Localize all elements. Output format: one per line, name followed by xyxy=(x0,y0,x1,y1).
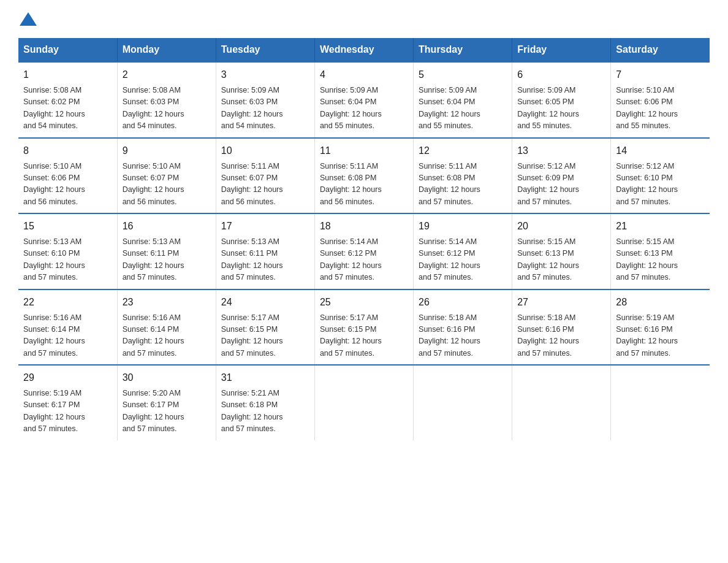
calendar-header-row: SundayMondayTuesdayWednesdayThursdayFrid… xyxy=(18,38,710,62)
column-header-sunday: Sunday xyxy=(18,38,117,62)
day-number: 23 xyxy=(123,295,211,310)
day-info: Sunrise: 5:16 AMSunset: 6:14 PMDaylight:… xyxy=(123,312,211,360)
day-info: Sunrise: 5:10 AMSunset: 6:07 PMDaylight:… xyxy=(123,161,211,209)
day-number: 1 xyxy=(23,67,112,82)
day-info: Sunrise: 5:17 AMSunset: 6:15 PMDaylight:… xyxy=(320,312,408,360)
day-number: 6 xyxy=(517,67,605,82)
day-info: Sunrise: 5:15 AMSunset: 6:13 PMDaylight:… xyxy=(616,236,705,284)
logo-triangle-icon xyxy=(20,12,37,26)
calendar-cell: 4Sunrise: 5:09 AMSunset: 6:04 PMDaylight… xyxy=(314,62,413,138)
calendar-cell: 26Sunrise: 5:18 AMSunset: 6:16 PMDayligh… xyxy=(414,289,512,366)
day-info: Sunrise: 5:10 AMSunset: 6:06 PMDaylight:… xyxy=(616,85,705,132)
column-header-monday: Monday xyxy=(117,38,216,62)
day-number: 11 xyxy=(320,144,408,158)
calendar-cell xyxy=(414,365,512,440)
column-header-tuesday: Tuesday xyxy=(216,38,314,62)
day-info: Sunrise: 5:08 AMSunset: 6:03 PMDaylight:… xyxy=(123,85,211,132)
day-number: 27 xyxy=(517,295,605,310)
calendar-cell: 23Sunrise: 5:16 AMSunset: 6:14 PMDayligh… xyxy=(117,289,216,366)
day-info: Sunrise: 5:09 AMSunset: 6:03 PMDaylight:… xyxy=(221,85,309,132)
page-header xyxy=(18,12,710,26)
day-info: Sunrise: 5:11 AMSunset: 6:08 PMDaylight:… xyxy=(419,161,507,209)
day-info: Sunrise: 5:16 AMSunset: 6:14 PMDaylight:… xyxy=(23,312,112,360)
calendar-cell: 20Sunrise: 5:15 AMSunset: 6:13 PMDayligh… xyxy=(512,213,611,289)
calendar-cell: 1Sunrise: 5:08 AMSunset: 6:02 PMDaylight… xyxy=(18,62,117,138)
calendar-cell: 6Sunrise: 5:09 AMSunset: 6:05 PMDaylight… xyxy=(512,62,611,138)
day-info: Sunrise: 5:09 AMSunset: 6:04 PMDaylight:… xyxy=(320,85,408,132)
day-number: 8 xyxy=(23,144,112,158)
day-info: Sunrise: 5:11 AMSunset: 6:07 PMDaylight:… xyxy=(221,161,309,209)
day-number: 21 xyxy=(616,219,705,234)
calendar-cell xyxy=(611,365,710,440)
day-number: 7 xyxy=(616,67,705,82)
day-info: Sunrise: 5:09 AMSunset: 6:04 PMDaylight:… xyxy=(419,85,507,132)
calendar-week-row: 29Sunrise: 5:19 AMSunset: 6:17 PMDayligh… xyxy=(18,365,710,440)
day-number: 12 xyxy=(419,144,507,158)
column-header-thursday: Thursday xyxy=(414,38,512,62)
day-number: 20 xyxy=(517,219,605,234)
day-number: 4 xyxy=(320,67,408,82)
calendar-week-row: 1Sunrise: 5:08 AMSunset: 6:02 PMDaylight… xyxy=(18,62,710,138)
calendar-cell: 29Sunrise: 5:19 AMSunset: 6:17 PMDayligh… xyxy=(18,365,117,440)
day-info: Sunrise: 5:10 AMSunset: 6:06 PMDaylight:… xyxy=(23,161,112,209)
calendar-cell: 8Sunrise: 5:10 AMSunset: 6:06 PMDaylight… xyxy=(18,138,117,214)
day-number: 5 xyxy=(419,67,507,82)
calendar-table: SundayMondayTuesdayWednesdayThursdayFrid… xyxy=(18,38,710,440)
calendar-cell: 3Sunrise: 5:09 AMSunset: 6:03 PMDaylight… xyxy=(216,62,314,138)
day-info: Sunrise: 5:20 AMSunset: 6:17 PMDaylight:… xyxy=(123,388,211,435)
day-info: Sunrise: 5:08 AMSunset: 6:02 PMDaylight:… xyxy=(23,85,112,132)
day-info: Sunrise: 5:13 AMSunset: 6:11 PMDaylight:… xyxy=(221,236,309,284)
logo xyxy=(18,12,38,26)
calendar-cell: 17Sunrise: 5:13 AMSunset: 6:11 PMDayligh… xyxy=(216,213,314,289)
day-number: 13 xyxy=(517,144,605,158)
calendar-cell: 12Sunrise: 5:11 AMSunset: 6:08 PMDayligh… xyxy=(414,138,512,214)
day-number: 2 xyxy=(123,67,211,82)
day-number: 30 xyxy=(123,370,211,385)
day-info: Sunrise: 5:12 AMSunset: 6:09 PMDaylight:… xyxy=(517,161,605,209)
day-number: 29 xyxy=(23,370,112,385)
day-number: 15 xyxy=(23,219,112,234)
calendar-cell: 30Sunrise: 5:20 AMSunset: 6:17 PMDayligh… xyxy=(117,365,216,440)
day-number: 22 xyxy=(23,295,112,310)
calendar-cell: 14Sunrise: 5:12 AMSunset: 6:10 PMDayligh… xyxy=(611,138,710,214)
column-header-saturday: Saturday xyxy=(611,38,710,62)
calendar-cell: 16Sunrise: 5:13 AMSunset: 6:11 PMDayligh… xyxy=(117,213,216,289)
day-number: 31 xyxy=(221,370,309,385)
day-number: 26 xyxy=(419,295,507,310)
day-info: Sunrise: 5:14 AMSunset: 6:12 PMDaylight:… xyxy=(320,236,408,284)
day-number: 28 xyxy=(616,295,705,310)
day-info: Sunrise: 5:14 AMSunset: 6:12 PMDaylight:… xyxy=(419,236,507,284)
calendar-cell: 7Sunrise: 5:10 AMSunset: 6:06 PMDaylight… xyxy=(611,62,710,138)
day-info: Sunrise: 5:19 AMSunset: 6:16 PMDaylight:… xyxy=(616,312,705,360)
day-number: 3 xyxy=(221,67,309,82)
day-info: Sunrise: 5:09 AMSunset: 6:05 PMDaylight:… xyxy=(517,85,605,132)
calendar-cell: 25Sunrise: 5:17 AMSunset: 6:15 PMDayligh… xyxy=(314,289,413,366)
calendar-week-row: 8Sunrise: 5:10 AMSunset: 6:06 PMDaylight… xyxy=(18,138,710,214)
calendar-cell: 18Sunrise: 5:14 AMSunset: 6:12 PMDayligh… xyxy=(314,213,413,289)
calendar-cell xyxy=(512,365,611,440)
day-info: Sunrise: 5:13 AMSunset: 6:10 PMDaylight:… xyxy=(23,236,112,284)
day-number: 16 xyxy=(123,219,211,234)
calendar-week-row: 15Sunrise: 5:13 AMSunset: 6:10 PMDayligh… xyxy=(18,213,710,289)
calendar-cell: 31Sunrise: 5:21 AMSunset: 6:18 PMDayligh… xyxy=(216,365,314,440)
day-info: Sunrise: 5:11 AMSunset: 6:08 PMDaylight:… xyxy=(320,161,408,209)
calendar-cell: 10Sunrise: 5:11 AMSunset: 6:07 PMDayligh… xyxy=(216,138,314,214)
calendar-cell: 9Sunrise: 5:10 AMSunset: 6:07 PMDaylight… xyxy=(117,138,216,214)
calendar-cell: 19Sunrise: 5:14 AMSunset: 6:12 PMDayligh… xyxy=(414,213,512,289)
day-number: 19 xyxy=(419,219,507,234)
day-info: Sunrise: 5:18 AMSunset: 6:16 PMDaylight:… xyxy=(419,312,507,360)
day-info: Sunrise: 5:18 AMSunset: 6:16 PMDaylight:… xyxy=(517,312,605,360)
day-info: Sunrise: 5:19 AMSunset: 6:17 PMDaylight:… xyxy=(23,388,112,435)
day-info: Sunrise: 5:12 AMSunset: 6:10 PMDaylight:… xyxy=(616,161,705,209)
day-info: Sunrise: 5:21 AMSunset: 6:18 PMDaylight:… xyxy=(221,388,309,435)
calendar-cell: 2Sunrise: 5:08 AMSunset: 6:03 PMDaylight… xyxy=(117,62,216,138)
day-number: 9 xyxy=(123,144,211,158)
day-info: Sunrise: 5:17 AMSunset: 6:15 PMDaylight:… xyxy=(221,312,309,360)
calendar-cell: 11Sunrise: 5:11 AMSunset: 6:08 PMDayligh… xyxy=(314,138,413,214)
column-header-friday: Friday xyxy=(512,38,611,62)
calendar-cell: 15Sunrise: 5:13 AMSunset: 6:10 PMDayligh… xyxy=(18,213,117,289)
calendar-cell: 5Sunrise: 5:09 AMSunset: 6:04 PMDaylight… xyxy=(414,62,512,138)
day-number: 18 xyxy=(320,219,408,234)
calendar-cell xyxy=(314,365,413,440)
calendar-cell: 24Sunrise: 5:17 AMSunset: 6:15 PMDayligh… xyxy=(216,289,314,366)
